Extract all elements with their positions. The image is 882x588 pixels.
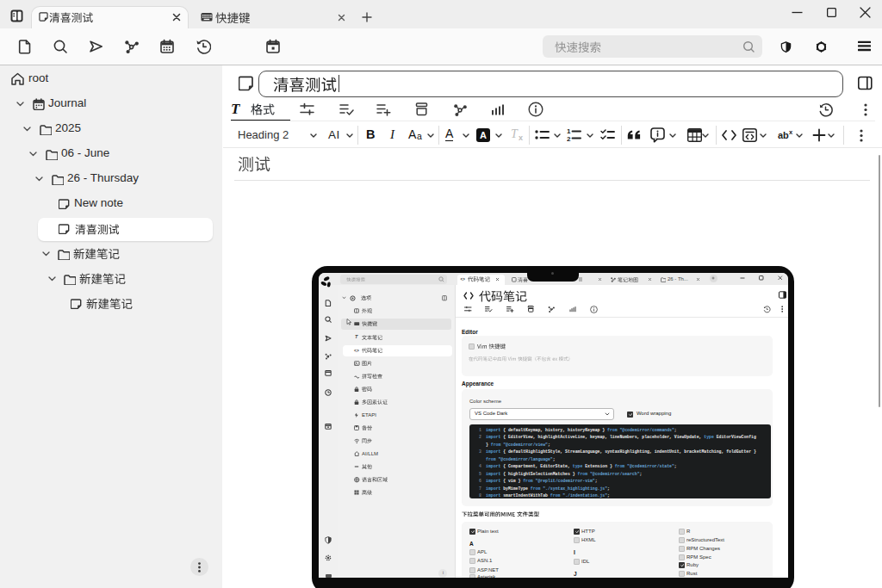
svg-text:1: 1	[567, 127, 571, 135]
svg-text:2: 2	[567, 135, 571, 143]
